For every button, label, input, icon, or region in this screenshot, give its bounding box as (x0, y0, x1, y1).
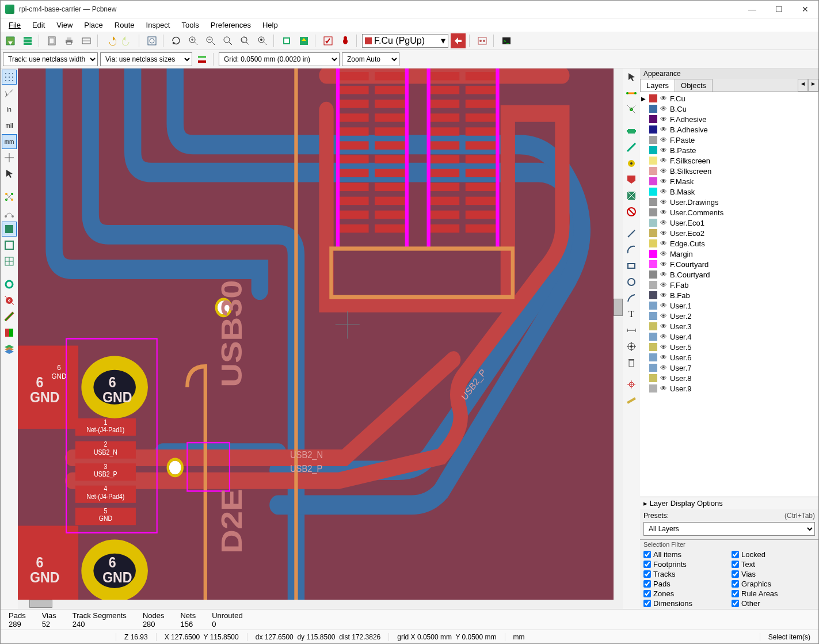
curved-ratsnest-button[interactable] (2, 205, 17, 220)
set-origin-button[interactable] (624, 377, 639, 392)
layer-row-user-7[interactable]: 👁 User.7 (640, 363, 818, 373)
layer-row-f-courtyard[interactable]: 👁 F.Courtyard (640, 259, 818, 269)
route-track-button[interactable] (624, 140, 639, 155)
delete-button[interactable] (624, 355, 639, 370)
cursor-shape-button[interactable] (2, 150, 17, 165)
eye-icon[interactable]: 👁 (660, 333, 668, 341)
layer-swatch[interactable] (649, 322, 657, 330)
filter-tracks[interactable]: Tracks (643, 570, 727, 578)
filter-rule-areas[interactable]: Rule Areas (732, 589, 815, 598)
filter-text[interactable]: Text (732, 560, 815, 569)
layer-row-b-cu[interactable]: 👁 B.Cu (640, 104, 818, 114)
hi-contrast-button[interactable] (2, 325, 17, 340)
filter-other[interactable]: Other (732, 599, 815, 608)
grid-toggle-button[interactable] (2, 70, 17, 85)
filter-dimensions[interactable]: Dimensions (643, 599, 727, 608)
eye-icon[interactable]: 👁 (660, 343, 668, 351)
layer-swatch[interactable] (649, 343, 657, 351)
filter-zones[interactable]: Zones (643, 589, 727, 598)
place-target-button[interactable] (624, 339, 639, 354)
zone-outline-button[interactable] (2, 238, 17, 253)
eye-icon[interactable]: 👁 (660, 353, 668, 361)
eye-icon[interactable]: 👁 (660, 167, 668, 175)
save-button[interactable] (3, 33, 18, 48)
filter-vias[interactable]: Vias (732, 570, 815, 578)
place-circle-button[interactable] (624, 275, 639, 289)
redo-button[interactable] (120, 33, 135, 48)
layer-row-b-courtyard[interactable]: 👁 B.Courtyard (640, 269, 818, 280)
layer-row-user-4[interactable]: 👁 User.4 (640, 331, 818, 342)
layer-row-b-adhesive[interactable]: 👁 B.Adhesive (640, 124, 818, 135)
layer-swatch[interactable] (649, 353, 657, 361)
tab-objects[interactable]: Objects (675, 79, 713, 92)
zone-hatched-button[interactable] (2, 254, 17, 269)
via-size-dropdown[interactable]: Via: use netclass sizes (100, 52, 192, 66)
layer-swatch[interactable] (649, 270, 657, 279)
menu-file[interactable]: File (3, 20, 26, 31)
measure-button[interactable] (624, 393, 639, 408)
tab-nav-right[interactable]: ▸ (808, 79, 818, 92)
find-button[interactable] (144, 33, 159, 48)
layer-row-user-comments[interactable]: 👁 User.Comments (640, 207, 818, 218)
layer-swatch[interactable] (649, 302, 657, 310)
layer-swatch[interactable] (649, 291, 657, 299)
layer-pair-button[interactable] (451, 33, 466, 48)
menu-preferences[interactable]: Preferences (205, 20, 257, 31)
place-zone-button[interactable] (624, 172, 639, 187)
presets-dropdown[interactable]: All Layers (643, 522, 815, 536)
layer-row-user-9[interactable]: 👁 User.9 (640, 383, 818, 394)
filter-footprints[interactable]: Footprints (643, 560, 727, 569)
layer-swatch[interactable] (649, 198, 657, 206)
eye-icon[interactable]: 👁 (660, 312, 668, 320)
footprint-editor-button[interactable] (279, 33, 294, 48)
layer-manager-button[interactable] (2, 341, 17, 356)
menu-inspect[interactable]: Inspect (140, 20, 176, 31)
place-footprint-button[interactable] (624, 124, 639, 139)
eye-icon[interactable]: 👁 (660, 136, 668, 144)
filter-graphics[interactable]: Graphics (732, 580, 815, 588)
layer-swatch[interactable] (649, 177, 657, 185)
eye-icon[interactable]: 👁 (660, 270, 668, 279)
layer-row-f-cu[interactable]: 👁 F.Cu (640, 93, 818, 104)
eye-icon[interactable]: 👁 (660, 105, 668, 113)
layer-row-f-mask[interactable]: 👁 F.Mask (640, 176, 818, 186)
layer-swatch[interactable] (649, 136, 657, 144)
layer-swatch[interactable] (649, 146, 657, 154)
eye-icon[interactable]: 👁 (660, 219, 668, 227)
place-keepout-button[interactable] (624, 204, 639, 219)
layer-swatch[interactable] (649, 208, 657, 216)
zoom-in-button[interactable] (186, 33, 201, 48)
zoom-dropdown[interactable]: Zoom Auto (342, 52, 399, 66)
layer-swatch[interactable] (649, 188, 657, 196)
layer-row-f-fab[interactable]: 👁 F.Fab (640, 280, 818, 290)
track-width-dropdown[interactable]: Track: use netclass width (3, 52, 98, 66)
place-rule-area-button[interactable] (624, 188, 639, 203)
menu-tools[interactable]: Tools (176, 20, 204, 31)
local-ratsnest-button[interactable] (624, 102, 639, 117)
layer-row-edge-cuts[interactable]: 👁 Edge.Cuts (640, 238, 818, 249)
eye-icon[interactable]: 👁 (660, 384, 668, 393)
via-display-button[interactable] (2, 293, 17, 308)
layer-swatch[interactable] (649, 94, 657, 102)
layer-row-user-drawings[interactable]: 👁 User.Drawings (640, 197, 818, 207)
eye-icon[interactable]: 👁 (660, 94, 668, 102)
layer-display-options[interactable]: ▸ Layer Display Options (640, 497, 818, 509)
polar-coords-button[interactable] (2, 86, 17, 101)
place-rect-button[interactable] (624, 258, 639, 273)
layer-swatch[interactable] (649, 384, 657, 393)
layer-swatch[interactable] (649, 105, 657, 113)
highlight-net-button[interactable] (624, 86, 639, 101)
menu-route[interactable]: Route (109, 20, 140, 31)
layer-row-f-paste[interactable]: 👁 F.Paste (640, 135, 818, 145)
units-mil-button[interactable]: mil (2, 118, 17, 133)
refresh-button[interactable] (169, 33, 184, 48)
zoom-selection-button[interactable] (255, 33, 270, 48)
eye-icon[interactable]: 👁 (660, 250, 668, 258)
layer-row-f-adhesive[interactable]: 👁 F.Adhesive (640, 114, 818, 124)
eye-icon[interactable]: 👁 (660, 374, 668, 382)
layer-swatch[interactable] (649, 364, 657, 372)
place-arc-button[interactable] (624, 242, 639, 257)
eye-icon[interactable]: 👁 (660, 239, 668, 247)
layer-swatch[interactable] (649, 333, 657, 341)
plot-button[interactable] (79, 33, 94, 48)
